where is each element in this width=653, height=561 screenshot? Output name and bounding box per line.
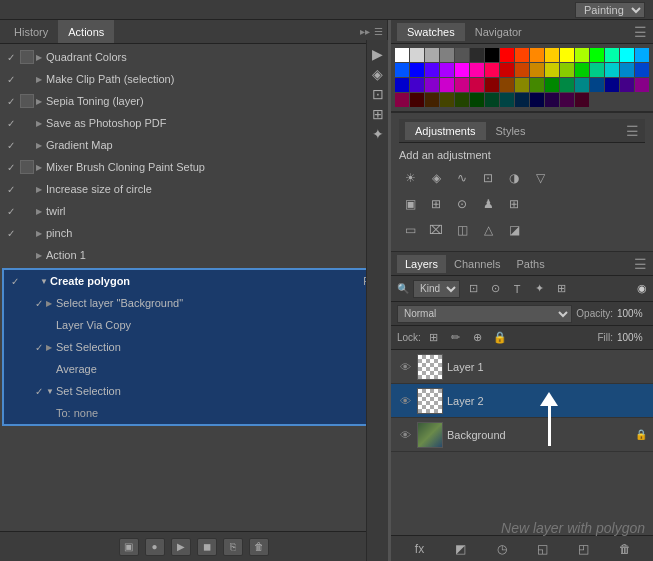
swatch[interactable] [560,48,574,62]
swatch[interactable] [560,93,574,107]
swatch[interactable] [500,63,514,77]
swatch[interactable] [470,48,484,62]
new-layer-button[interactable]: ◰ [575,540,593,558]
brightness-icon[interactable]: ☀ [399,167,421,189]
list-item[interactable]: ✓ ▶ Save as Photoshop PDF [0,112,387,134]
swatch[interactable] [515,48,529,62]
layer-filter-btn-3[interactable]: T [508,280,526,298]
swatch[interactable] [590,63,604,77]
fx-button[interactable]: fx [411,540,429,558]
list-item[interactable]: ✓ ▶ pinch [0,222,387,244]
circle-icon[interactable]: ⊙ [451,193,473,215]
swatch[interactable] [575,78,589,92]
swatch[interactable] [635,78,649,92]
swatch[interactable] [440,93,454,107]
swatch[interactable] [485,48,499,62]
list-item[interactable]: ✓ ▼ Set Selection [4,380,383,402]
swatch[interactable] [485,93,499,107]
person-icon[interactable]: ♟ [477,193,499,215]
layer-visibility-icon[interactable]: 👁 [397,427,413,443]
new-set-button[interactable]: ◼ [197,538,217,556]
swatch[interactable] [410,93,424,107]
tab-navigator[interactable]: Navigator [465,23,532,41]
lock-all-btn[interactable]: 🔒 [491,329,509,347]
rect-icon[interactable]: ▣ [399,193,421,215]
stop-button[interactable]: ▣ [119,538,139,556]
tool-btn-3[interactable]: ⊡ [372,86,384,102]
list-item[interactable]: ✓ ▶ Make Clip Path (selection) [0,68,387,90]
grid-icon[interactable]: ⊞ [503,193,525,215]
swatch[interactable] [470,78,484,92]
swatch[interactable] [605,78,619,92]
layer-filter-btn-2[interactable]: ⊙ [486,280,504,298]
swatch[interactable] [410,63,424,77]
tool-btn-4[interactable]: ⊞ [372,106,384,122]
tab-adjustments[interactable]: Adjustments [405,122,486,140]
swatch[interactable] [500,93,514,107]
delete-layer-button[interactable]: 🗑 [616,540,634,558]
list-item[interactable]: ✓ ▶ twirl [0,200,387,222]
swatch[interactable] [605,63,619,77]
levels-icon[interactable]: ◈ [425,167,447,189]
swatch[interactable] [455,78,469,92]
list-item[interactable]: ✓ ▶ Quadrant Colors [0,46,387,68]
swatch[interactable] [635,63,649,77]
swatch[interactable] [530,48,544,62]
layer-row[interactable]: 👁 Background 🔒 [391,418,653,452]
list-item[interactable]: ✓ ▶ Sepia Toning (layer) [0,90,387,112]
swatches-menu-icon[interactable]: ☰ [634,24,647,40]
layers-menu-icon[interactable]: ☰ [634,256,647,272]
swatch[interactable] [635,48,649,62]
list-item[interactable]: To: none [4,402,383,424]
swatch[interactable] [620,63,634,77]
tab-history[interactable]: History [4,20,58,43]
mask-button[interactable]: ◩ [452,540,470,558]
record-button[interactable]: ● [145,538,165,556]
swatch[interactable] [530,93,544,107]
lock-move-btn[interactable]: ⊕ [469,329,487,347]
adj-menu-icon[interactable]: ☰ [626,123,639,139]
swatch[interactable] [575,48,589,62]
swatch[interactable] [425,78,439,92]
swatch[interactable] [410,78,424,92]
list-item[interactable]: ▶ Action 1 [0,244,387,266]
tab-paths[interactable]: Paths [509,255,553,273]
swatch[interactable] [440,48,454,62]
swatch[interactable] [530,63,544,77]
swatch[interactable] [560,63,574,77]
swatch[interactable] [515,63,529,77]
lock-pixel-btn[interactable]: ⊞ [425,329,443,347]
layer-filter-btn-4[interactable]: ✦ [530,280,548,298]
swatch[interactable] [470,63,484,77]
box3-icon[interactable]: ◫ [451,219,473,241]
swatch[interactable] [515,93,529,107]
list-item[interactable]: ✓ ▶ Mixer Brush Cloning Paint Setup [0,156,387,178]
play-button[interactable]: ▶ [171,538,191,556]
layer-visibility-icon[interactable]: 👁 [397,359,413,375]
adjustment-button[interactable]: ◷ [493,540,511,558]
tool-btn-5[interactable]: ✦ [372,126,384,142]
panel-menu-arrows[interactable]: ▸▸ [360,26,370,37]
tab-swatches[interactable]: Swatches [397,23,465,41]
swatch[interactable] [455,93,469,107]
swatch[interactable] [395,78,409,92]
tab-actions[interactable]: Actions [58,20,114,43]
swatch[interactable] [425,63,439,77]
list-item[interactable]: ✓ ▶ Set Selection [4,336,383,358]
swatch[interactable] [455,63,469,77]
swatch[interactable] [425,93,439,107]
swatch[interactable] [560,78,574,92]
swatch[interactable] [575,93,589,107]
tab-layers[interactable]: Layers [397,255,446,273]
swatch[interactable] [530,78,544,92]
swatch[interactable] [440,78,454,92]
layer-visibility-icon[interactable]: 👁 [397,393,413,409]
list-item[interactable]: ▶ Layer Via Copy [4,314,383,336]
tri2-icon[interactable]: △ [477,219,499,241]
swatch[interactable] [425,48,439,62]
layer-filter-btn-5[interactable]: ⊞ [552,280,570,298]
layer-filter-btn-1[interactable]: ⊡ [464,280,482,298]
swatch[interactable] [470,93,484,107]
swatch[interactable] [575,63,589,77]
swatch[interactable] [440,63,454,77]
